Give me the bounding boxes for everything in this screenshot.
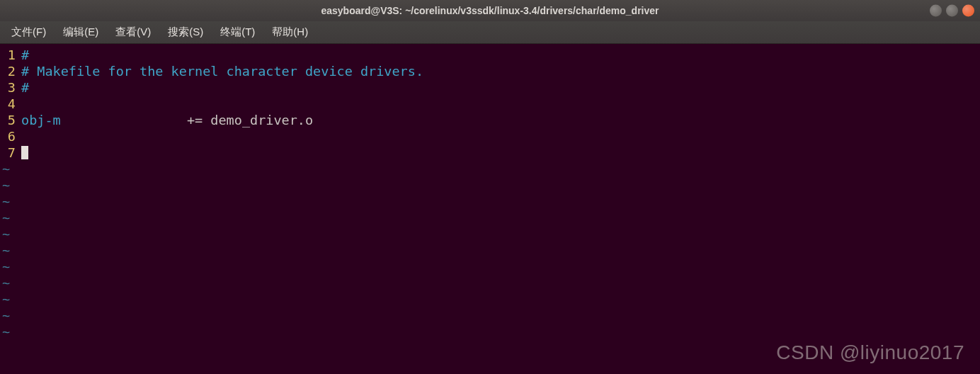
menu-terminal[interactable]: 终端(T)	[213, 23, 262, 41]
code-content: # Makefile for the kernel character devi…	[21, 63, 423, 79]
line-number: 2	[0, 63, 21, 79]
line-number: 3	[0, 79, 21, 96]
line-number: 5	[0, 112, 21, 128]
menu-file[interactable]: 文件(F)	[4, 23, 53, 41]
code-line: 2 # Makefile for the kernel character de…	[0, 63, 980, 79]
vim-tilde: ~	[0, 193, 980, 210]
close-icon[interactable]	[962, 5, 974, 17]
menu-view[interactable]: 查看(V)	[108, 23, 158, 41]
line-number: 1	[0, 47, 21, 63]
line-number: 4	[0, 96, 21, 112]
code-line: 7	[0, 144, 980, 161]
code-line: 3 #	[0, 79, 980, 96]
vim-tilde: ~	[0, 275, 980, 291]
text-cursor	[21, 146, 28, 159]
code-line: 6	[0, 128, 980, 144]
makefile-var: obj-m	[21, 113, 61, 128]
watermark-text: CSDN @liyinuo2017	[776, 341, 964, 364]
minimize-icon[interactable]	[930, 5, 942, 17]
line-number: 7	[0, 144, 21, 161]
vim-tilde: ~	[0, 242, 980, 259]
code-content: #	[21, 47, 29, 63]
menubar: 文件(F) 编辑(E) 查看(V) 搜索(S) 终端(T) 帮助(H)	[0, 21, 980, 44]
menu-search[interactable]: 搜索(S)	[161, 23, 210, 41]
code-content: #	[21, 79, 29, 96]
vim-tilde: ~	[0, 307, 980, 324]
window-title: easyboard@V3S: ~/corelinux/v3ssdk/linux-…	[321, 5, 659, 16]
maximize-icon[interactable]	[946, 5, 958, 17]
makefile-value: += demo_driver.o	[61, 113, 313, 128]
vim-tilde: ~	[0, 324, 980, 340]
line-number: 6	[0, 128, 21, 144]
code-content: obj-m += demo_driver.o	[21, 112, 313, 128]
code-line: 1 #	[0, 47, 980, 63]
menu-help[interactable]: 帮助(H)	[265, 23, 315, 41]
menu-edit[interactable]: 编辑(E)	[56, 23, 106, 41]
vim-tilde: ~	[0, 226, 980, 242]
editor-area[interactable]: 1 # 2 # Makefile for the kernel characte…	[0, 44, 980, 374]
titlebar: easyboard@V3S: ~/corelinux/v3ssdk/linux-…	[0, 0, 980, 21]
window-controls	[930, 5, 974, 17]
vim-tilde: ~	[0, 291, 980, 307]
code-line: 4	[0, 96, 980, 112]
code-line: 5 obj-m += demo_driver.o	[0, 112, 980, 128]
code-content	[21, 144, 28, 161]
vim-tilde: ~	[0, 259, 980, 275]
vim-tilde: ~	[0, 210, 980, 226]
vim-tilde: ~	[0, 177, 980, 193]
vim-tilde: ~	[0, 161, 980, 177]
